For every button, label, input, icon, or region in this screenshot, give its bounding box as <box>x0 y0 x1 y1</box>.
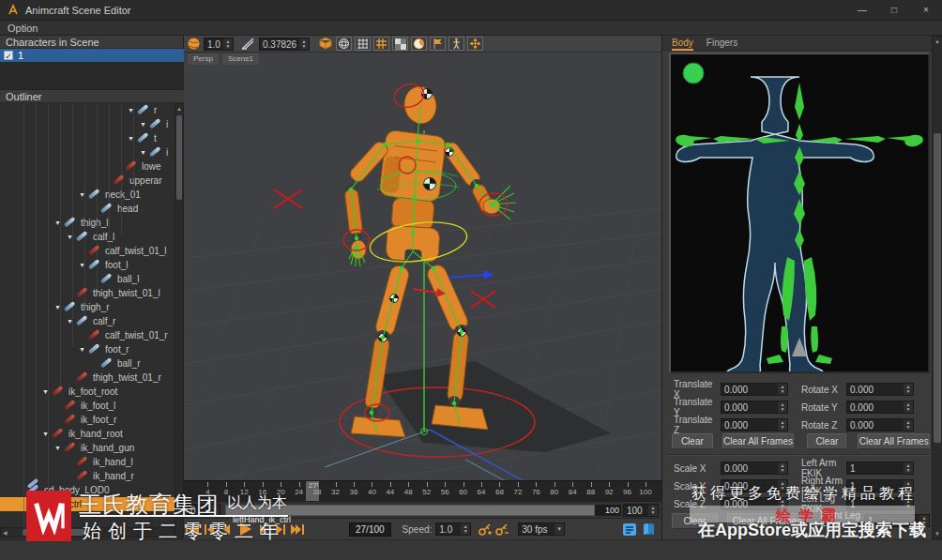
body-picker[interactable] <box>669 53 930 373</box>
angle-snap-icon[interactable] <box>240 37 256 51</box>
expand-icon[interactable]: ▼ <box>79 346 89 353</box>
outliner-row[interactable]: ▼thigh_r <box>0 300 175 314</box>
value-spinner[interactable]: 0.000▲▼ <box>721 497 788 510</box>
spinner-arrows[interactable]: ▲▼ <box>648 505 658 516</box>
timeline-ruler[interactable]: 27 4812162024283236404448525660646872768… <box>184 480 661 501</box>
value-spinner[interactable]: 1▲▼ <box>846 497 914 510</box>
prev-key-button[interactable] <box>201 521 218 537</box>
library-book-icon[interactable] <box>642 522 656 537</box>
outliner-row[interactable]: ▼ik_foot_root <box>0 385 175 399</box>
range-start-spinner[interactable]: 0 ▲▼ <box>187 504 220 517</box>
fps-select[interactable]: 30 fps ▼ <box>518 522 565 536</box>
character-checkbox[interactable]: ✓ <box>4 51 13 60</box>
move-icon[interactable] <box>467 37 483 51</box>
outliner-row[interactable]: ▼calf_r <box>0 314 175 328</box>
grid-icon[interactable] <box>373 37 389 51</box>
spinner-arrows[interactable]: ▲▼ <box>778 384 787 395</box>
spinner-arrows[interactable]: ▲▼ <box>904 419 913 431</box>
remove-key-icon[interactable] <box>494 521 510 537</box>
outliner-row[interactable]: ▼t <box>0 131 175 145</box>
translate-clear-all-button[interactable]: Clear All Frames <box>722 433 795 449</box>
right-scroll-thumb[interactable] <box>934 133 941 443</box>
flag-icon[interactable] <box>430 37 446 51</box>
outliner-row[interactable]: ik_foot_r <box>0 413 175 427</box>
view-tab-persp[interactable]: Persp <box>188 53 219 65</box>
angle-spinner[interactable]: 0.37826 ▲▼ <box>259 38 310 51</box>
spinner-arrows[interactable]: ▲▼ <box>778 462 787 474</box>
spinner-arrows[interactable]: ▲▼ <box>904 401 913 413</box>
spinner-arrows[interactable]: ▲▼ <box>904 384 913 395</box>
minimize-button[interactable]: — <box>846 0 878 21</box>
value-spinner[interactable]: 1▲▼ <box>846 462 914 475</box>
tab-fingers[interactable]: Fingers <box>706 36 737 51</box>
scroll-down-icon[interactable]: ▼ <box>934 531 940 538</box>
value-spinner[interactable]: 0.000▲▼ <box>846 418 914 431</box>
tab-body[interactable]: Body <box>672 36 693 51</box>
outliner-row[interactable]: ball_l <box>0 272 175 286</box>
cube-icon[interactable] <box>318 37 333 51</box>
expand-icon[interactable]: ▼ <box>54 445 65 451</box>
value-spinner[interactable]: 0.000▲▼ <box>846 383 914 396</box>
spinner-arrows[interactable]: ▲▼ <box>778 419 787 431</box>
value-spinner[interactable]: 1▲▼ <box>846 479 914 492</box>
outliner-hscrollbar[interactable]: ◀ <box>0 527 175 537</box>
outliner-row[interactable]: ▼i <box>0 117 175 131</box>
characters-list[interactable]: ✓ 1 <box>0 49 184 90</box>
shaded-sphere-icon[interactable] <box>187 37 201 51</box>
close-button[interactable]: × <box>910 0 942 21</box>
outliner-row[interactable]: ▼foot_r <box>0 342 175 356</box>
outliner-row[interactable]: ot_ik_ctrl <box>0 497 175 511</box>
dropdown-icon[interactable]: ▼ <box>555 523 564 535</box>
scroll-up-icon[interactable]: ▲ <box>176 104 182 112</box>
spinner-arrows[interactable]: ▲▼ <box>299 38 309 50</box>
spinner-arrows[interactable]: ▲▼ <box>904 462 913 474</box>
outliner-row[interactable]: ▼thigh_l <box>0 216 175 230</box>
rotate-clear-all-button[interactable]: Clear All Frames <box>858 433 930 449</box>
title-bar[interactable]: Animcraft Scene Editor — □ × <box>0 0 942 21</box>
body-picker-figure[interactable] <box>671 54 928 371</box>
outliner-row[interactable]: ik_foot_l <box>0 399 175 413</box>
expand-icon[interactable]: ▼ <box>140 149 150 156</box>
outliner-row[interactable]: ▼neck_01 <box>0 188 175 202</box>
scroll-left-icon[interactable]: ◀ <box>1 529 9 536</box>
outliner-row[interactable]: ▼foot_l <box>0 258 175 272</box>
outliner-row[interactable]: ▼r <box>0 103 175 117</box>
value-spinner[interactable]: 0.000▲▼ <box>721 401 788 414</box>
outliner-row[interactable]: thigh_twist_01_r <box>0 371 175 385</box>
value-spinner[interactable]: 0.000▲▼ <box>721 383 788 396</box>
outliner-row[interactable]: cd_body_LOD0 <box>0 483 175 497</box>
spinner-arrows[interactable]: ▲▼ <box>210 505 220 516</box>
translate-clear-button[interactable]: Clear <box>672 433 713 449</box>
range-end-spinner[interactable]: 100 ▲▼ <box>623 504 659 517</box>
checker-icon[interactable] <box>392 37 408 51</box>
value-spinner[interactable]: 0.000▲▼ <box>721 479 788 492</box>
right-panel-scrollbar[interactable]: ▲ ▼ <box>932 36 942 539</box>
outliner-row[interactable]: ▼calf_l <box>0 230 175 244</box>
spinner-arrows[interactable]: ▲▼ <box>778 480 787 492</box>
snapshot-list-icon[interactable] <box>622 522 637 537</box>
spinner-arrows[interactable]: ▲▼ <box>461 523 470 535</box>
spinner-arrows[interactable]: ▲▼ <box>919 515 929 526</box>
spinner-arrows[interactable]: ▲▼ <box>778 498 787 509</box>
outliner-row[interactable]: ik_hand_l <box>0 455 175 469</box>
outliner-tree[interactable]: ▼r▼i▼t▼iloweupperar▼neck_01head▼thigh_l▼… <box>0 103 175 552</box>
spinner-arrows[interactable]: ▲▼ <box>223 38 233 50</box>
maximize-button[interactable]: □ <box>878 0 910 21</box>
value-spinner[interactable]: 0.000▲▼ <box>721 418 788 431</box>
scroll-up-icon[interactable]: ▲ <box>934 37 940 44</box>
outliner-vscroll-thumb[interactable] <box>176 115 182 200</box>
speed-spinner[interactable]: 1.0 ▲▼ <box>435 522 471 536</box>
expand-icon[interactable]: ▼ <box>140 121 150 128</box>
viewport-canvas[interactable] <box>184 66 661 480</box>
outliner-row[interactable]: ▼ik_hand_gun <box>0 441 175 455</box>
outliner-row[interactable]: upperar <box>0 174 175 188</box>
outliner-row[interactable]: ball_r <box>0 356 175 371</box>
outliner-row[interactable]: ik_hand_r <box>0 469 175 483</box>
outliner-row[interactable]: calf_twist_01_r <box>0 328 175 342</box>
wire-sphere-icon[interactable] <box>336 37 352 51</box>
moon-icon[interactable] <box>411 37 427 51</box>
spinner-arrows[interactable]: ▲▼ <box>778 401 787 413</box>
joint-icon[interactable] <box>448 37 464 51</box>
character-row[interactable]: ✓ 1 <box>0 49 184 62</box>
spinner-arrows[interactable]: ▲▼ <box>904 480 913 492</box>
